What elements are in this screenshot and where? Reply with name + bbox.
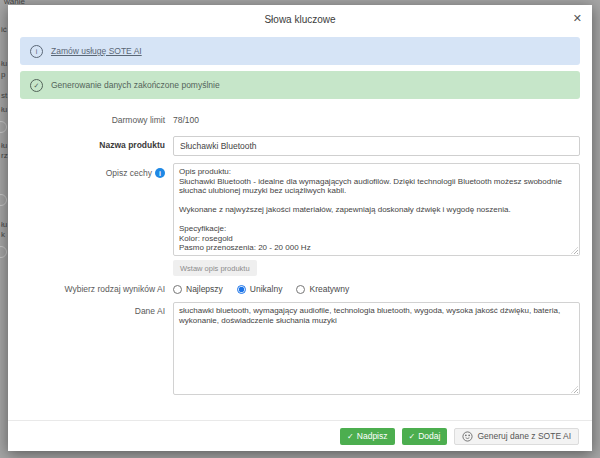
free-limit-value: 78/100	[173, 115, 580, 125]
success-banner-text: Generowanie danych zakończone pomyślnie	[51, 80, 220, 90]
info-tooltip-icon[interactable]: i	[155, 168, 165, 178]
radio-label: Kreatywny	[309, 284, 349, 294]
radio-option-najlepszy[interactable]: Najlepszy	[173, 284, 223, 294]
check-circle-icon: ✓	[30, 79, 43, 92]
add-button-label: Dodaj	[418, 431, 440, 441]
modal-title: Słowa kluczowe	[8, 14, 592, 25]
result-type-row: Wybierz rodzaj wyników AI Najlepszy Unik…	[8, 283, 592, 294]
check-icon: ✓	[409, 432, 416, 441]
description-label-wrap: Opisz cechy i	[8, 163, 173, 178]
keywords-modal: Słowa kluczowe ✕ i Zamów usługę SOTE AI …	[8, 5, 592, 451]
product-name-input[interactable]	[173, 136, 580, 156]
insert-description-button[interactable]: Wstaw opis produktu	[173, 260, 257, 276]
order-sote-ai-link[interactable]: Zamów usługę SOTE AI	[51, 46, 142, 56]
free-limit-label: Darmowy limit	[8, 115, 173, 125]
background-text-fragment: łu	[1, 60, 7, 68]
info-banner: i Zamów usługę SOTE AI	[20, 37, 580, 65]
success-banner: ✓ Generowanie danych zakończone pomyślni…	[20, 71, 580, 99]
overwrite-button-label: Nadpisz	[357, 431, 388, 441]
description-label: Opisz cechy	[106, 168, 152, 178]
free-limit-row: Darmowy limit 78/100	[8, 115, 592, 125]
generate-sote-ai-button[interactable]: Generuj dane z SOTE AI	[454, 428, 579, 445]
background-text-fragment: p	[1, 71, 5, 79]
product-name-label: Nazwa produktu	[8, 135, 173, 150]
radio-unikalny[interactable]	[237, 285, 246, 294]
radio-label: Unikalny	[250, 284, 283, 294]
add-button[interactable]: ✓ Dodaj	[402, 428, 448, 445]
radio-najlepszy[interactable]	[173, 285, 182, 294]
description-textarea[interactable]	[173, 163, 580, 256]
radio-option-kreatywny[interactable]: Kreatywny	[296, 284, 349, 294]
background-text-fragment: ić	[1, 26, 7, 34]
ai-data-label: Dane AI	[8, 302, 173, 316]
background-text-fragment: k	[1, 231, 5, 239]
close-icon[interactable]: ✕	[571, 10, 584, 26]
background-circle-icon	[0, 194, 7, 206]
generate-button-label: Generuj dane z SOTE AI	[477, 431, 571, 441]
overwrite-button[interactable]: ✓ Nadpisz	[340, 428, 394, 445]
modal-footer: ✓ Nadpisz ✓ Dodaj Generuj dane z SOTE AI	[8, 420, 592, 451]
radio-kreatywny[interactable]	[296, 285, 305, 294]
background-text-fragment: łu	[1, 221, 7, 229]
description-row: Opisz cechy i Wstaw opis produktu	[8, 163, 592, 276]
background-circle-icon	[0, 246, 7, 258]
background-text-fragment: łu	[1, 106, 7, 114]
result-type-label: Wybierz rodzaj wyników AI	[8, 284, 173, 294]
result-type-options: Najlepszy Unikalny Kreatywny	[173, 283, 580, 294]
background-text-fragment: st	[1, 92, 7, 100]
background-text-fragment: rz	[1, 152, 8, 160]
radio-option-unikalny[interactable]: Unikalny	[237, 284, 283, 294]
background-text-fragment: łu	[1, 142, 7, 150]
ai-data-row: Dane AI	[8, 302, 592, 395]
ai-data-textarea[interactable]	[173, 302, 580, 395]
product-name-row: Nazwa produktu	[8, 135, 592, 156]
keywords-form: Darmowy limit 78/100 Nazwa produktu Opis…	[8, 115, 592, 395]
check-icon: ✓	[347, 432, 354, 441]
robot-face-icon	[462, 431, 473, 442]
info-circle-icon: i	[30, 45, 43, 58]
background-circle-icon	[0, 121, 7, 133]
radio-label: Najlepszy	[186, 284, 223, 294]
